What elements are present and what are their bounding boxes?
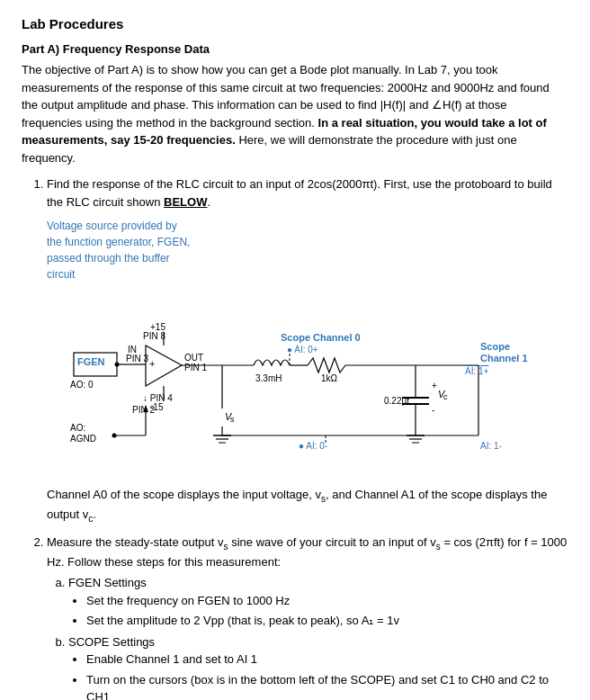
svg-text:1kΩ: 1kΩ <box>321 373 338 383</box>
section-a-body: The objective of Part A) is to show how … <box>22 61 568 166</box>
list-item-2-text: Measure the steady-state output vs sine … <box>47 535 567 569</box>
svg-text:+: + <box>432 381 437 390</box>
svg-text:3.3mH: 3.3mH <box>255 373 282 383</box>
svg-text:FGEN: FGEN <box>77 356 105 367</box>
bullet-scope-1: Enable Channel 1 and set to AI 1 <box>86 651 568 669</box>
sub-list-2: FGEN Settings Set the frequency on FGEN … <box>68 574 568 700</box>
annotation-line3: passed through the buffer <box>47 252 170 265</box>
sub-item-b-label: SCOPE Settings <box>68 635 155 649</box>
list-item-1: Find the response of the RLC circuit to … <box>47 175 568 525</box>
svg-text:AI: 1-: AI: 1- <box>480 441 502 451</box>
annotation-line4: circuit <box>47 268 75 281</box>
svg-text:c: c <box>443 392 448 401</box>
svg-text:Channel 1: Channel 1 <box>480 353 528 363</box>
annotation-line2: the function generator, FGEN, <box>47 236 190 248</box>
sub-item-a-bullets: Set the frequency on FGEN to 1000 Hz Set… <box>86 592 568 630</box>
svg-text:PIN 8: PIN 8 <box>143 331 165 341</box>
section-a-title: Part A) Frequency Response Data <box>22 42 568 56</box>
svg-text:● AI: 0+: ● AI: 0+ <box>287 345 318 354</box>
main-numbered-list: Find the response of the RLC circuit to … <box>47 175 568 700</box>
sub-item-b-bullets: Enable Channel 1 and set to AI 1 Turn on… <box>86 651 568 700</box>
svg-text:AGND: AGND <box>70 434 96 444</box>
sub-item-b: SCOPE Settings Enable Channel 1 and set … <box>68 633 568 700</box>
svg-text:Scope Channel 0: Scope Channel 0 <box>281 332 361 343</box>
bullet-fgen-1: Set the frequency on FGEN to 1000 Hz <box>86 592 568 610</box>
svg-text:● AI: 0-: ● AI: 0- <box>299 441 327 451</box>
list-item-1-text: Find the response of the RLC circuit to … <box>47 177 552 209</box>
bullet-scope-2: Turn on the cursors (box is in the botto… <box>86 671 568 700</box>
sub-item-a: FGEN Settings Set the frequency on FGEN … <box>68 574 568 630</box>
svg-text:-: - <box>432 405 434 415</box>
svg-text:AO:: AO: <box>70 423 85 433</box>
svg-text:Scope: Scope <box>480 341 510 352</box>
channel-description: Channel A0 of the scope displays the inp… <box>47 486 568 525</box>
sub-item-a-label: FGEN Settings <box>68 576 147 589</box>
svg-text:PIN 2: PIN 2 <box>132 405 155 415</box>
svg-text:PIN 1: PIN 1 <box>184 363 207 372</box>
svg-text:0.22μf: 0.22μf <box>384 396 409 406</box>
circuit-diagram: FGEN AO: 0 IN PIN 3 + +15 PIN 8 <box>65 292 568 471</box>
page-title: Lab Procedures <box>22 16 568 31</box>
svg-text:s: s <box>230 415 235 424</box>
svg-text:OUT: OUT <box>184 353 203 363</box>
circuit-svg: FGEN AO: 0 IN PIN 3 + +15 PIN 8 <box>65 292 568 471</box>
svg-text:+: + <box>149 358 155 369</box>
svg-point-4 <box>115 363 120 367</box>
annotation-voltage-source: Voltage source provided by the function … <box>47 218 568 283</box>
svg-text:↓ PIN 4: ↓ PIN 4 <box>143 393 173 403</box>
svg-text:AI: 1+: AI: 1+ <box>465 366 489 376</box>
annotation-line1: Voltage source provided by <box>47 220 177 232</box>
svg-text:AO: 0: AO: 0 <box>70 380 94 390</box>
bullet-fgen-2: Set the amplitude to 2 Vpp (that is, pea… <box>86 612 568 630</box>
list-item-2: Measure the steady-state output vs sine … <box>47 534 568 700</box>
